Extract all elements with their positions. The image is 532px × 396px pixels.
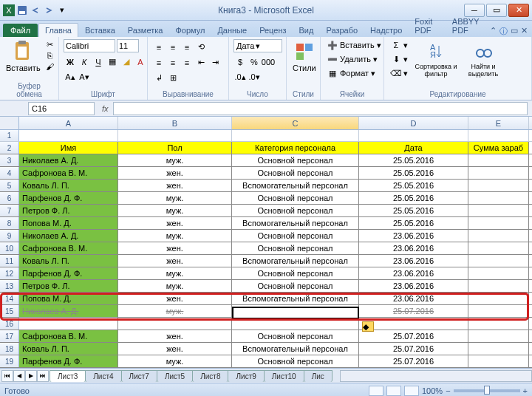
help-icon[interactable]: ⓘ [499,26,508,37]
cell[interactable] [468,180,529,191]
row-header[interactable]: 6 [0,192,19,204]
cell[interactable]: жен. [118,217,232,229]
header-cell[interactable]: Сумма зараб [468,142,529,154]
cell[interactable] [468,217,529,229]
find-button[interactable]: Найти и выделить [462,39,505,80]
col-header-d[interactable]: D [359,117,468,129]
cell[interactable]: жен. [118,167,232,179]
cell[interactable] [468,255,529,267]
tab-view[interactable]: Вид [293,24,320,37]
cell[interactable]: Коваль Л. П. [19,180,118,191]
cell[interactable]: 23.06.2016 [359,280,468,292]
row-header[interactable]: 14 [0,293,19,304]
percent-icon[interactable]: % [248,55,261,68]
row-header[interactable]: 18 [0,343,19,355]
delete-cells-button[interactable]: ➖Удалить ▾ [325,53,383,65]
sheet-nav-prev[interactable]: ◀ [13,370,25,382]
cell[interactable] [468,154,529,166]
cell[interactable] [468,318,529,330]
name-box[interactable]: C16 [28,102,95,115]
cell[interactable]: 25.05.2016 [359,205,468,216]
cell[interactable]: 25.07.2016 [359,355,468,367]
underline-button[interactable]: Ч [92,55,105,68]
cell[interactable]: Парфенов Д. Ф. [19,355,118,367]
tab-developer[interactable]: Разрабо [320,24,364,37]
cell[interactable]: 23.06.2016 [359,230,468,242]
col-header-b[interactable]: B [118,117,232,129]
cell[interactable]: жен. [118,293,232,304]
cell[interactable]: Основной персонал [232,330,359,342]
cell[interactable]: Сафронова В. М. [19,242,118,254]
zoom-out-button[interactable]: − [446,386,450,395]
tab-layout[interactable]: Разметка [122,24,169,37]
sheet-tab[interactable]: Лист3 [50,370,86,382]
comma-icon[interactable]: 000 [262,55,275,68]
cell[interactable]: жен. [118,330,232,342]
cell[interactable] [468,230,529,242]
cell[interactable]: 23.06.2016 [359,255,468,267]
align-center-icon[interactable]: ≡ [166,56,180,69]
fill-color-button[interactable]: ◢ [120,55,133,68]
cell[interactable]: Основной персонал [232,305,359,317]
clear-button[interactable]: ⌫▾ [389,67,410,79]
styles-button[interactable]: Стили [291,39,318,74]
col-header-a[interactable]: A [19,117,118,129]
italic-button[interactable]: К [78,55,91,68]
dec-decimal-icon[interactable]: .0▾ [248,71,261,83]
row-header[interactable]: 1 [0,130,19,141]
cell[interactable]: Основной персонал [232,280,359,292]
wrap-text-icon[interactable]: ↲ [152,72,166,84]
row-header[interactable]: 15 [0,305,19,317]
tab-insert[interactable]: Вставка [79,24,121,37]
worksheet-grid[interactable]: A B C D E 12ИмяПолКатегория персоналаДат… [0,117,532,368]
row-header[interactable]: 3 [0,154,19,166]
cell[interactable]: муж. [118,305,232,317]
indent-dec-icon[interactable]: ⇤ [194,56,208,69]
cell[interactable]: Вспомогательный персонал [232,217,359,229]
cell[interactable]: 25.05.2016 [359,180,468,191]
cell[interactable]: Вспомогательный персонал [232,180,359,191]
tab-review[interactable]: Реценз [253,24,292,37]
cell[interactable]: Попова М. Д. [19,293,118,304]
sort-filter-button[interactable]: АЯ Сортировка и фильтр [413,39,459,80]
row-header[interactable]: 16 [0,318,19,330]
cell[interactable]: Коваль Л. П. [19,343,118,355]
cell[interactable] [468,192,529,204]
cell[interactable]: муж. [118,230,232,242]
cell[interactable]: жен. [118,242,232,254]
cell[interactable]: муж. [118,280,232,292]
save-icon[interactable] [16,4,28,16]
sheet-nav-last[interactable]: ⏭ [37,370,49,382]
autosum-button[interactable]: Σ▾ [389,39,410,51]
row-header[interactable]: 4 [0,167,19,179]
header-cell[interactable]: Дата [359,142,468,154]
horizontal-scrollbar[interactable] [340,370,532,382]
format-cells-button[interactable]: ▦Формат ▾ [325,67,383,79]
orientation-icon[interactable]: ⟲ [194,41,208,53]
minimize-ribbon-icon[interactable]: ⌃ [490,26,497,37]
align-right-icon[interactable]: ≡ [180,56,194,69]
cell[interactable] [359,318,468,330]
header-cell[interactable]: Имя [19,142,118,154]
page-break-view-button[interactable] [404,386,419,396]
cell[interactable]: 23.06.2016 [359,293,468,304]
normal-view-button[interactable] [369,386,383,396]
sheet-tab[interactable]: Лис [304,370,332,382]
align-mid-icon[interactable]: ≡ [166,41,180,53]
cell[interactable]: муж. [118,205,232,216]
decrease-font-icon[interactable]: A▾ [78,71,91,83]
cell[interactable]: Коваль Л. П. [19,255,118,267]
cell[interactable]: жен. [118,343,232,355]
border-button[interactable]: ▦ [106,55,119,68]
cell[interactable]: 25.05.2016 [359,192,468,204]
fx-icon[interactable]: fx [98,104,113,113]
cell[interactable]: Основной персонал [232,154,359,166]
col-header-e[interactable]: E [468,117,529,129]
cell[interactable]: муж. [118,355,232,367]
number-format-select[interactable]: Дата ▾ [233,39,282,52]
sheet-tab[interactable]: Лист9 [228,370,264,382]
sheet-nav-next[interactable]: ▶ [25,370,37,382]
cell[interactable]: Николаев А. Д. [19,154,118,166]
header-cell[interactable]: Пол [118,142,232,154]
tab-abbyy[interactable]: ABBYY PDF [446,15,489,37]
